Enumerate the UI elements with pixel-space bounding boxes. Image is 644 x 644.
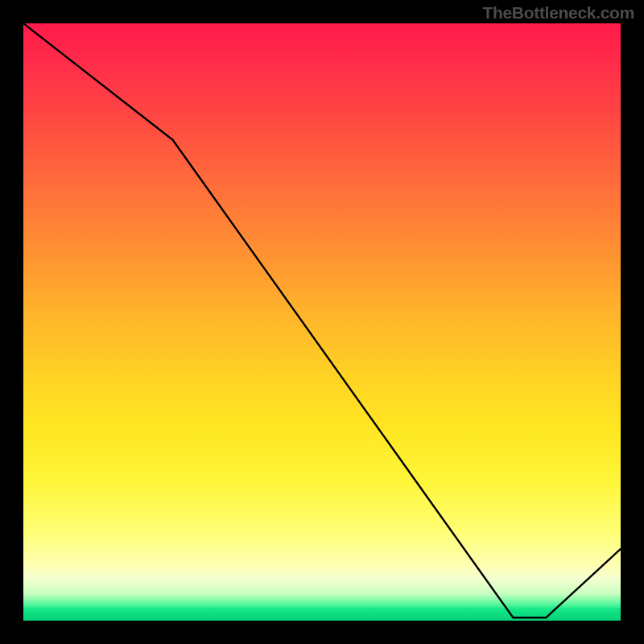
chart-svg [23, 23, 621, 621]
plot-area [23, 23, 621, 621]
chart-stage: TheBottleneck.com [0, 0, 644, 644]
watermark-text: TheBottleneck.com [482, 3, 634, 23]
series-curve [23, 23, 621, 617]
